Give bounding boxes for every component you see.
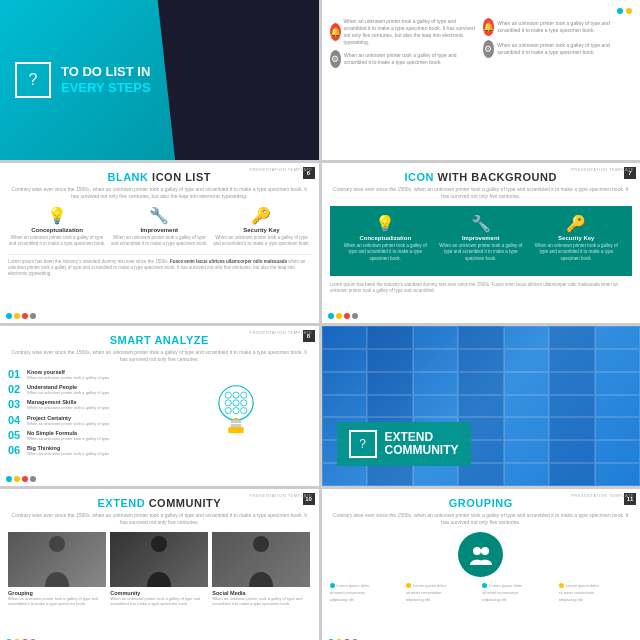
slide-7-corner: PRESENTATION TEMPLATE: [250, 493, 313, 498]
grouping-dot-row-3: Lorem ipsum dolor: [482, 583, 555, 588]
svg-point-5: [233, 399, 239, 405]
slide-3-icon-2-desc: When an unknown printer took a galley of…: [110, 235, 208, 248]
svg-rect-10: [230, 420, 241, 423]
smart-desc-6: When an unknown printer took a galley of…: [27, 451, 110, 456]
slide-3-lorem: Lorem ipsum has been the industry's stan…: [8, 259, 311, 278]
slide-1-title-line1: TO DO LIST IN: [61, 64, 151, 80]
g-line-4b: sit amet consectetur: [559, 590, 632, 595]
bell-icon-2: 🔔: [483, 18, 494, 36]
slide-4-title-accent: ICON: [405, 171, 435, 183]
slide-1-title: TO DO LIST IN EVERY STEPS: [61, 64, 151, 95]
dot-teal-4: [328, 313, 334, 319]
svg-point-15: [253, 536, 269, 552]
smart-desc-1: When an unknown printer took a galley of…: [27, 375, 110, 380]
slide-4-icon-1: 💡 Conceptualization When an unknown prin…: [340, 214, 432, 262]
bulb-icon-4: 💡: [375, 214, 395, 233]
slide-5-right: [161, 369, 310, 456]
svg-point-6: [241, 399, 247, 405]
g-line-3a: Lorem ipsum dolor: [489, 583, 522, 588]
slide-5-title: SMART ANALYZE: [8, 334, 311, 346]
slide-8-items: Lorem ipsum dolor sit amet consectetur a…: [330, 583, 633, 603]
slide-2-desc1: When an unknown printer took a galley of…: [344, 18, 479, 46]
slide-4-teal-bar: 💡 Conceptualization When an unknown prin…: [330, 206, 633, 276]
smart-item-3: 03 Management SkillsWhen an unknown prin…: [8, 399, 157, 410]
smart-item-1: 01 Know yourselfWhen an unknown printer …: [8, 369, 157, 380]
smart-desc-5: When an unknown printer took a galley of…: [27, 436, 110, 441]
slide-3: 6 BLANK ICON LIST Contrary wise ever sin…: [0, 163, 319, 323]
gear-icon-3: ⚙: [483, 40, 494, 58]
slide-2-two-col: 🔔 When an unknown printer took a galley …: [330, 18, 633, 68]
slide-6: 9 ? EXTEND COMMUNITY: [322, 326, 641, 486]
slide-grid: ? TO DO LIST IN EVERY STEPS 🔔 When an un…: [0, 0, 640, 640]
slide-1-title-accent: EVERY STEPS: [61, 80, 151, 95]
dot-teal-5: [6, 476, 12, 482]
svg-point-3: [241, 392, 247, 398]
slide-7: 10 EXTEND COMMUNITY Contrary wise ever s…: [0, 489, 319, 640]
slide-3-icon-3-desc: When an unknown printer took a galley of…: [212, 235, 310, 248]
smart-num-6: 06: [8, 445, 24, 456]
slide-1-icon: ?: [15, 62, 51, 98]
smart-item-5: 05 No Simple FormulaWhen an unknown prin…: [8, 430, 157, 441]
smart-item-6: 06 Big ThinkingWhen an unknown printer t…: [8, 445, 157, 456]
slide-8-title: GROUPING: [330, 497, 633, 509]
smart-desc-4: When an unknown printer took a galley of…: [27, 421, 110, 426]
key-icon-4: 🔑: [566, 214, 586, 233]
smart-num-1: 01: [8, 369, 24, 380]
g-line-1a: Lorem ipsum dolor: [337, 583, 370, 588]
slide-3-title: BLANK ICON LIST: [8, 171, 311, 183]
grouping-dot-row-1: Lorem ipsum dolor: [330, 583, 403, 588]
gear-icon-2: ⚙: [330, 50, 341, 68]
slide-4-subtitle: Contrary wise ever since the 1500s, when…: [330, 186, 633, 200]
photo-col-1: Grouping When an unknown printer took a …: [8, 532, 106, 606]
slide-4-icon-1-label: Conceptualization: [359, 235, 411, 241]
dot-red-3: [22, 313, 28, 319]
slide-3-dots: [6, 313, 36, 319]
g-dot-3: [482, 583, 487, 588]
dot-yellow-3: [14, 313, 20, 319]
lightbulb-svg: [201, 378, 271, 448]
photo-3-desc: When an unknown printer took a galley of…: [212, 596, 310, 606]
people-svg: [468, 545, 494, 565]
g-dot-2: [406, 583, 411, 588]
svg-point-2: [233, 392, 239, 398]
slide-3-icon-3-label: Security Key: [243, 227, 279, 233]
dot-gray-3: [30, 313, 36, 319]
slide-3-title-rest: ICON LIST: [149, 171, 211, 183]
grouping-dot-row-4: Lorem ipsum dolor: [559, 583, 632, 588]
dot-red-4: [344, 313, 350, 319]
slide-4-dots: [328, 313, 358, 319]
slide-2-col2: 🔔 When an unknown printer took a galley …: [483, 18, 632, 68]
svg-point-16: [473, 547, 481, 555]
smart-num-5: 05: [8, 430, 24, 441]
slide-3-icon-3: 🔑 Security Key When an unknown printer t…: [212, 206, 310, 248]
svg-rect-11: [230, 423, 241, 426]
person-silhouette-2: [139, 532, 179, 587]
slide-2-col1: 🔔 When an unknown printer took a galley …: [330, 18, 479, 68]
slide-4: 7 ICON WITH BACKGROUND Contrary wise eve…: [322, 163, 641, 323]
grouping-item-1: Lorem ipsum dolor sit amet consectetur a…: [330, 583, 403, 603]
key-icon: 🔑: [251, 206, 271, 225]
slide-1: ? TO DO LIST IN EVERY STEPS: [0, 0, 319, 160]
g-line-4a: Lorem ipsum dolor: [566, 583, 599, 588]
g-line-3c: adipiscing elit: [482, 597, 555, 602]
slide-4-icon-2: 🔧 Improvement When an unknown printer to…: [435, 214, 527, 262]
g-line-1c: adipiscing elit: [330, 597, 403, 602]
g-line-4c: adipiscing elit: [559, 597, 632, 602]
photo-1: [8, 532, 106, 587]
slide-3-divider: [8, 254, 311, 255]
grouping-icon-center: [330, 532, 633, 577]
svg-point-1: [225, 392, 231, 398]
svg-point-13: [49, 536, 65, 552]
smart-desc-3: When an unknown printer took a galley of…: [27, 405, 110, 410]
extend-title: EXTEND COMMUNITY: [385, 431, 459, 457]
slide-3-icon-1: 💡 Conceptualization When an unknown prin…: [8, 206, 106, 248]
smart-num-2: 02: [8, 384, 24, 395]
g-dot-1: [330, 583, 335, 588]
dot-yellow-5: [14, 476, 20, 482]
slide-5-dots: [6, 476, 36, 482]
slide-4-icon-3-label: Security Key: [558, 235, 594, 241]
slide-7-subtitle: Contrary wise ever since the 1500s, when…: [8, 512, 311, 526]
grouping-dot-row-2: Lorem ipsum dolor: [406, 583, 479, 588]
svg-point-9: [241, 407, 247, 413]
slide-5-left: 01 Know yourselfWhen an unknown printer …: [8, 369, 157, 456]
